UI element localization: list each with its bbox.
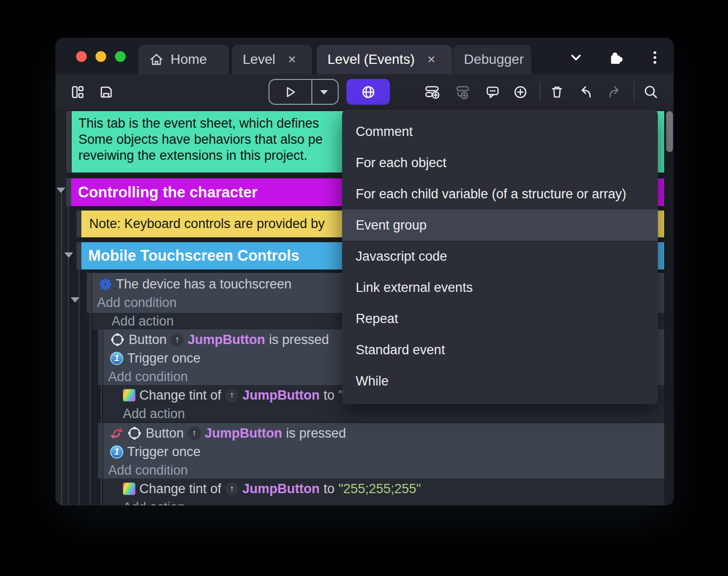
group-title: Mobile Touchscreen Controls [88, 247, 299, 265]
event-conditions[interactable]: Button ↑ JumpButton is pressed 1 Trigger… [103, 423, 664, 479]
object-thumbnail-icon: ↑ [188, 427, 201, 440]
note-text: Note: Keyboard controls are provided by [89, 216, 325, 231]
tab-home[interactable]: Home [138, 45, 229, 74]
tab-label: Debugger [464, 52, 524, 67]
indent-guide [90, 313, 91, 505]
button-object-icon [110, 332, 125, 347]
tab-debugger[interactable]: Debugger [453, 45, 531, 74]
menu-item-comment[interactable]: Comment [342, 116, 658, 147]
event-drag-handle[interactable] [77, 242, 81, 269]
menu-item-javascript-code[interactable]: Javascript code [342, 241, 658, 272]
add-comment-button[interactable] [484, 83, 501, 101]
object-name: JumpButton [242, 481, 320, 497]
undo-button[interactable] [577, 83, 594, 101]
play-icon [282, 84, 298, 100]
event-drag-handle[interactable] [98, 423, 103, 479]
action-change-tint[interactable]: Change tint of ↑ JumpButton to "255;255;… [103, 479, 664, 499]
add-action-link[interactable]: Add action [103, 405, 664, 422]
trigger-once-icon: 1 [110, 352, 123, 365]
tab-label: Level [243, 52, 275, 67]
event-drag-handle[interactable] [98, 329, 103, 385]
search-button[interactable] [642, 83, 660, 101]
save-button[interactable] [97, 83, 115, 101]
menu-item-for-each-object[interactable]: For each object [342, 147, 658, 178]
undo-icon [577, 84, 594, 100]
delete-button[interactable] [548, 83, 566, 101]
tab-close-icon[interactable]: × [288, 53, 296, 66]
condition-trigger-once[interactable]: 1 Trigger once [103, 442, 664, 461]
add-action-link[interactable]: Add action [103, 499, 664, 505]
play-button-group [268, 79, 339, 105]
network-preview-button[interactable] [346, 79, 390, 105]
window-menu-button[interactable] [646, 49, 664, 66]
collapse-arrow-icon[interactable] [71, 297, 79, 303]
scrollbar-thumb[interactable] [666, 111, 673, 152]
caret-down-icon [319, 89, 329, 96]
event-drag-handle[interactable] [77, 211, 81, 237]
home-icon [149, 52, 164, 67]
collapse-arrow-icon[interactable] [57, 188, 65, 193]
toolbar-divider [633, 82, 634, 102]
tab-level[interactable]: Level × [232, 45, 312, 74]
collapse-arrow-icon[interactable] [64, 252, 73, 258]
search-icon [643, 84, 659, 100]
traffic-minimize-button[interactable] [96, 51, 106, 62]
menu-item-link-external-events[interactable]: Link external events [342, 272, 658, 303]
play-options-button[interactable] [311, 89, 338, 96]
add-condition-link[interactable]: Add condition [103, 461, 664, 479]
add-subevent-button[interactable] [454, 83, 471, 101]
save-icon [98, 84, 114, 100]
inverted-condition-icon [110, 427, 123, 440]
condition-button-pressed-inverted[interactable]: Button ↑ JumpButton is pressed [103, 424, 664, 442]
panels-button[interactable] [69, 83, 87, 101]
tab-close-icon[interactable]: × [427, 53, 435, 66]
play-button[interactable] [269, 84, 311, 100]
menu-item-event-group[interactable]: Event group [342, 210, 658, 241]
tab-label: Home [171, 52, 207, 67]
object-thumbnail-icon: ↑ [225, 389, 238, 402]
gear-icon [99, 278, 112, 291]
toolbar-divider [539, 82, 540, 102]
menu-item-for-each-child-variable[interactable]: For each child variable (of a structure … [342, 178, 658, 210]
event-drag-handle[interactable] [87, 273, 92, 313]
app-window: Home Level × Level (Events) × Debugger [56, 38, 673, 505]
traffic-close-button[interactable] [76, 51, 87, 62]
extensions-button[interactable] [607, 49, 624, 66]
object-name: JumpButton [188, 332, 265, 347]
menu-item-while[interactable]: While [342, 365, 658, 397]
titlebar: Home Level × Level (Events) × Debugger [56, 38, 673, 74]
indent-guide [78, 269, 79, 505]
panels-icon [70, 84, 86, 100]
add-event-context-menu: Comment For each object For each child v… [342, 110, 658, 404]
event-drag-handle[interactable] [66, 178, 71, 206]
tabs-overflow-button[interactable] [567, 49, 585, 66]
add-event-icon [424, 84, 441, 100]
menu-item-repeat[interactable]: Repeat [342, 303, 658, 334]
trash-icon [549, 84, 565, 100]
event-actions[interactable]: Change tint of ↑ JumpButton to "255;255;… [103, 479, 664, 505]
tint-color-icon [123, 482, 135, 495]
globe-icon [360, 84, 377, 100]
tab-label: Level (Events) [327, 52, 415, 67]
indent-guide [68, 206, 69, 505]
indent-guide [61, 192, 62, 505]
object-thumbnail-icon: ↑ [171, 333, 184, 346]
object-name: JumpButton [205, 426, 282, 441]
button-object-icon [127, 426, 142, 441]
add-more-button[interactable] [512, 83, 529, 101]
group-title: Controlling the character [78, 184, 258, 201]
redo-button[interactable] [606, 83, 623, 101]
comment-bubble-icon [484, 84, 501, 100]
add-subevent-icon [454, 84, 471, 100]
toolbar [56, 74, 673, 110]
traffic-zoom-button[interactable] [115, 51, 126, 62]
play-group-divider [311, 80, 312, 104]
screenshot-stage: Home Level × Level (Events) × Debugger [0, 0, 728, 576]
add-event-button[interactable] [423, 83, 441, 101]
event-drag-handle[interactable] [66, 111, 71, 173]
puzzle-icon [607, 49, 624, 66]
menu-item-standard-event[interactable]: Standard event [342, 334, 658, 365]
plus-circle-icon [512, 84, 529, 100]
condition-text: The device has a touchscreen [116, 277, 291, 292]
tab-level-events[interactable]: Level (Events) × [317, 45, 452, 74]
